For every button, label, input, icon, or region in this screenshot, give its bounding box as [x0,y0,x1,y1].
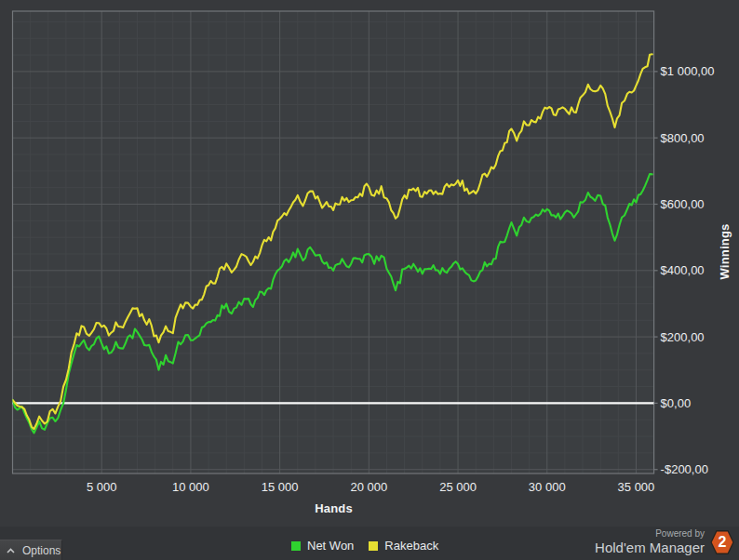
legend: Net Won Rakeback [291,539,438,553]
svg-text:$600,00: $600,00 [661,197,705,211]
x-axis-title: Hands [13,501,654,515]
svg-text:15 000: 15 000 [262,480,299,494]
chevron-up-icon [7,548,15,553]
svg-text:20 000: 20 000 [350,480,387,494]
branding: Powered by Hold'em Manager 2 [595,529,735,555]
svg-text:35 000: 35 000 [618,480,655,494]
rakeback-swatch-icon [369,541,378,551]
svg-text:5 000: 5 000 [87,480,117,494]
legend-label-rakeback: Rakeback [384,539,438,553]
options-button[interactable]: Options [0,540,62,560]
y-axis-title: Winnings [719,223,732,279]
svg-text:25 000: 25 000 [439,480,477,494]
legend-label-net-won: Net Won [307,539,354,553]
svg-text:$200,00: $200,00 [661,330,705,344]
svg-text:30 000: 30 000 [529,480,566,494]
chart-panel: $1 000,00$800,00$600,00$400,00$200,00$0,… [0,0,739,560]
svg-text:-$200,00: -$200,00 [661,462,708,476]
svg-text:$400,00: $400,00 [661,263,705,277]
powered-by-text: Powered by [655,529,705,540]
options-button-label: Options [22,544,60,557]
hm2-logo-badge: 2 [709,529,735,555]
legend-item-rakeback[interactable]: Rakeback [369,539,438,553]
svg-text:$0,00: $0,00 [661,396,692,410]
winnings-graph: $1 000,00$800,00$600,00$400,00$200,00$0,… [0,0,739,527]
net-won-swatch-icon [291,541,301,551]
svg-text:$800,00: $800,00 [661,131,705,145]
product-name-text: Hold'em Manager [595,540,705,555]
y-axis-title-wrap: Winnings [713,195,737,307]
hm2-badge-number: 2 [711,531,734,554]
legend-item-net-won[interactable]: Net Won [291,539,354,553]
svg-text:10 000: 10 000 [172,480,209,494]
svg-text:$1 000,00: $1 000,00 [661,64,715,78]
